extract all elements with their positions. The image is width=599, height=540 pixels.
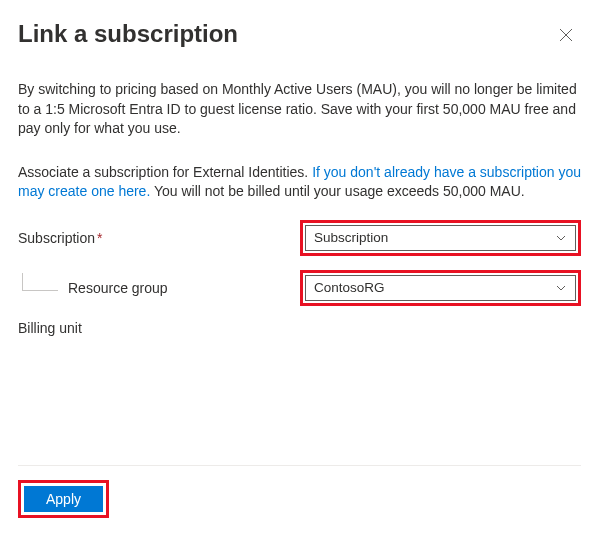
apply-button[interactable]: Apply — [24, 486, 103, 512]
panel-footer: Apply — [18, 465, 581, 518]
resource-group-highlight: ContosoRG — [300, 270, 581, 306]
close-button[interactable] — [551, 20, 581, 50]
resource-group-label-col: Resource group — [18, 279, 300, 297]
chevron-down-icon — [555, 232, 567, 244]
intro-text: By switching to pricing based on Monthly… — [18, 80, 581, 139]
resource-group-value: ContosoRG — [314, 280, 385, 295]
apply-highlight: Apply — [18, 480, 109, 518]
subscription-row: Subscription * Subscription — [18, 220, 581, 256]
subscription-value: Subscription — [314, 230, 388, 245]
subscription-dropdown[interactable]: Subscription — [305, 225, 576, 251]
close-icon — [559, 28, 573, 42]
subscription-label: Subscription — [18, 230, 95, 246]
associate-post-text: You will not be billed until your usage … — [150, 183, 524, 199]
resource-group-label: Resource group — [68, 280, 168, 296]
required-indicator: * — [97, 230, 102, 246]
subscription-highlight: Subscription — [300, 220, 581, 256]
tree-connector-icon — [22, 273, 58, 291]
billing-unit-row: Billing unit — [18, 320, 581, 336]
associate-pre-text: Associate a subscription for External Id… — [18, 164, 312, 180]
panel-title: Link a subscription — [18, 20, 238, 48]
billing-unit-label: Billing unit — [18, 320, 82, 336]
panel-header: Link a subscription — [18, 20, 581, 50]
chevron-down-icon — [555, 282, 567, 294]
associate-text: Associate a subscription for External Id… — [18, 163, 581, 202]
billing-unit-label-col: Billing unit — [18, 320, 300, 336]
resource-group-dropdown[interactable]: ContosoRG — [305, 275, 576, 301]
subscription-label-col: Subscription * — [18, 230, 300, 246]
resource-group-row: Resource group ContosoRG — [18, 270, 581, 306]
